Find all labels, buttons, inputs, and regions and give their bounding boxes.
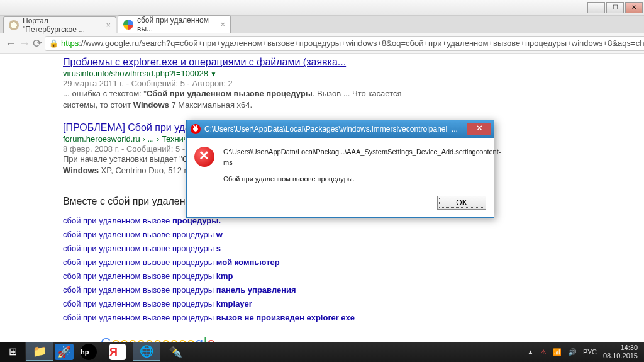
taskbar-item[interactable]: hp	[75, 342, 103, 361]
browser-tab[interactable]: Портал "Петербургское ... ×	[3, 16, 116, 33]
reload-button[interactable]: ⟳	[33, 36, 42, 51]
dialog-title: C:\Users\User\AppData\Local\Packages\win…	[204, 125, 467, 133]
taskbar-item[interactable]: 🚀	[55, 344, 74, 360]
dialog-titlebar[interactable]: C:\Users\User\AppData\Local\Packages\win…	[187, 120, 494, 138]
favicon-icon	[9, 20, 19, 30]
tray-language[interactable]: РУС	[583, 348, 597, 356]
forward-button[interactable]: →	[19, 36, 30, 51]
window-max-button[interactable]: ☐	[606, 2, 624, 13]
browser-tab[interactable]: сбой при удаленном вы... ×	[118, 15, 231, 33]
related-link[interactable]: сбой при удаленном вызове процедуры пане…	[63, 285, 644, 295]
address-bar: ← → ⟳ 🔒 https ://www.google.ru/search?q=…	[0, 33, 644, 54]
related-searches: сбой при удаленном вызове процедуры. сбо…	[63, 216, 644, 322]
back-button[interactable]: ←	[5, 36, 16, 51]
start-button[interactable]: ⊞	[0, 342, 25, 362]
tab-close-icon[interactable]: ×	[220, 20, 225, 29]
taskbar-item[interactable]: ✒️	[162, 342, 189, 361]
ok-button[interactable]: OK	[437, 196, 486, 210]
search-result: Проблемы с explorer.exe и операциями с ф…	[63, 56, 415, 110]
url-text: ://www.google.ru/search?q=сбой+при+удале…	[79, 38, 644, 48]
window-titlebar: — ☐ ✕	[0, 0, 644, 16]
related-link[interactable]: сбой при удаленном вызове процедуры вызо…	[63, 313, 644, 322]
taskbar[interactable]: ⊞ 📁 🚀 hp Я 🌐 ✒️ ▲ ⚠ 📶 🔊 РУС 14:3008.10.2…	[0, 342, 644, 362]
taskbar-item[interactable]: 🌐	[133, 342, 160, 361]
error-icon	[194, 147, 214, 167]
browser-tabbar: Портал "Петербургское ... × сбой при уда…	[0, 16, 644, 33]
dialog-message: C:\Users\User\AppData\Local\Packag...\AA…	[223, 147, 501, 184]
favicon-icon	[123, 20, 133, 30]
tray-clock[interactable]: 14:3008.10.2015	[603, 344, 638, 359]
dialog-body: C:\Users\User\AppData\Local\Packag...\AA…	[187, 138, 494, 192]
result-title[interactable]: Проблемы с explorer.exe и операциями с ф…	[63, 56, 415, 68]
result-snippet: ... ошибка с текстом: "Сбой при удаленно…	[63, 88, 415, 110]
related-link[interactable]: сбой при удаленном вызове процедуры s	[63, 244, 644, 253]
tab-title: сбой при удаленном вы...	[137, 16, 213, 33]
tray-volume-icon[interactable]: 🔊	[568, 348, 577, 356]
related-link[interactable]: сбой при удаленном вызове процедуры kmpl…	[63, 299, 644, 308]
tray-network-icon[interactable]: 📶	[553, 348, 562, 356]
system-tray[interactable]: ▲ ⚠ 📶 🔊 РУС 14:3008.10.2015	[527, 344, 644, 359]
url-scheme: https	[61, 38, 79, 48]
result-meta: 29 марта 2011 г. - Сообщений: 5 - Авторо…	[63, 79, 415, 88]
error-dialog: C:\Users\User\AppData\Local\Packages\win…	[186, 120, 494, 218]
url-input[interactable]: 🔒 https ://www.google.ru/search?q=сбой+п…	[45, 36, 644, 51]
related-link[interactable]: сбой при удаленном вызове процедуры мой …	[63, 257, 644, 267]
tab-title: Портал "Петербургское ...	[23, 16, 98, 34]
tray-icon[interactable]: ▲	[527, 348, 534, 356]
dialog-close-button[interactable]: ✕	[467, 123, 491, 135]
dialog-title-icon	[191, 124, 201, 134]
related-link[interactable]: сбой при удаленном вызове процедуры w	[63, 230, 644, 239]
related-link[interactable]: сбой при удаленном вызове процедуры kmp	[63, 271, 644, 281]
result-url[interactable]: virusinfo.info/showthread.php?t=100028 ▼	[63, 69, 415, 78]
window-close-button[interactable]: ✕	[625, 2, 643, 13]
lock-icon: 🔒	[49, 39, 58, 48]
tray-alert-icon[interactable]: ⚠	[540, 348, 547, 356]
taskbar-item[interactable]: 📁	[26, 342, 53, 361]
tab-close-icon[interactable]: ×	[106, 20, 111, 30]
taskbar-item[interactable]: Я	[104, 342, 131, 361]
window-min-button[interactable]: —	[587, 2, 605, 13]
